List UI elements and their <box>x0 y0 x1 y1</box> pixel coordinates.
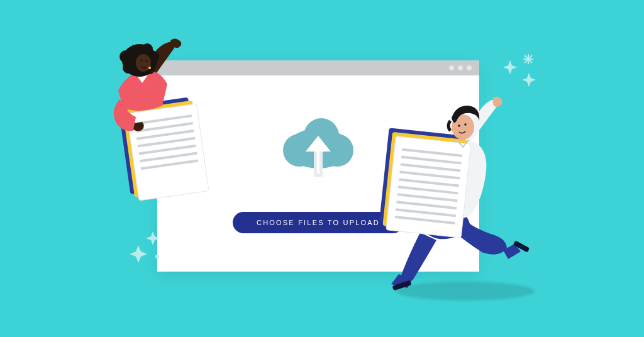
svg-point-21 <box>123 62 134 74</box>
svg-point-25 <box>145 60 147 62</box>
svg-point-24 <box>140 59 142 61</box>
person-right-illustration <box>345 69 552 302</box>
svg-point-26 <box>148 67 151 69</box>
svg-point-19 <box>119 50 132 63</box>
svg-point-23 <box>136 54 151 72</box>
svg-point-43 <box>458 124 460 126</box>
person-left-illustration <box>73 38 236 214</box>
svg-line-47 <box>525 55 532 63</box>
svg-line-48 <box>525 55 532 63</box>
svg-point-44 <box>464 123 466 125</box>
